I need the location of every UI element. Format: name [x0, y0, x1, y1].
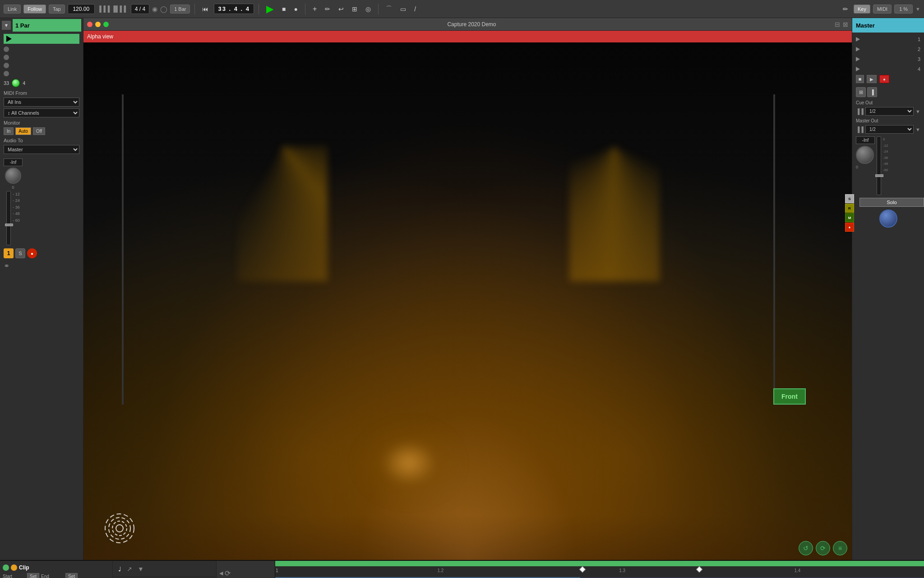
audio-to-select[interactable]: Master — [4, 145, 79, 154]
quantize-button[interactable]: 1 Bar — [170, 5, 190, 14]
master-track-1-play[interactable] — [856, 37, 860, 42]
master-fader-section: -Inf 0 0 -12 -24 -36 -48 -60 — [852, 135, 924, 197]
side-btn-dot[interactable]: ● — [845, 223, 854, 232]
all-ins-select[interactable]: All Ins — [4, 98, 79, 107]
record-arm-button[interactable]: ● — [27, 248, 37, 258]
position-display[interactable]: 33 . 4 . 4 — [214, 4, 254, 14]
master-pan-knob[interactable] — [856, 146, 874, 164]
svg-point-0 — [116, 525, 123, 532]
side-btn-m[interactable]: M — [845, 213, 854, 222]
tap-button[interactable]: Tap — [49, 5, 65, 14]
cue-out-select[interactable]: 1/2 — [865, 107, 914, 116]
rewind-button[interactable]: ⏮ — [199, 5, 211, 14]
master-tb-2[interactable]: ▐ — [867, 87, 877, 97]
stop-button[interactable]: ■ — [279, 5, 288, 14]
master-fader-scale: 0 -12 -24 -36 -48 -60 — [883, 136, 888, 173]
stage-ctrl-1[interactable]: ↺ — [799, 541, 813, 555]
curve3-button[interactable]: / — [411, 5, 419, 14]
pencil2-button[interactable]: ✏ — [840, 5, 851, 14]
master-track-1: 1 — [856, 34, 920, 44]
timeline-label-1-2: 1.2 — [438, 568, 444, 573]
note-tool-pencil[interactable]: ♩ — [116, 564, 123, 573]
master-fader-thumb[interactable] — [875, 174, 883, 177]
curve2-button[interactable]: ▭ — [397, 5, 409, 14]
divider4 — [378, 4, 379, 14]
loop-icon-2[interactable]: ⟳ — [225, 569, 231, 578]
time-sig-display[interactable]: 4 / 4 — [131, 4, 149, 14]
truss-right — [773, 94, 775, 405]
master-track-4-play[interactable] — [856, 67, 860, 71]
window-close-button[interactable] — [87, 22, 92, 27]
scroll-left-icon[interactable]: ◀ — [219, 570, 223, 576]
side-btn-r[interactable]: R — [845, 204, 854, 213]
monitor-off-button[interactable]: Off — [33, 127, 45, 135]
playhead-end — [917, 561, 924, 566]
clip-panel: Clip Start Set End Set Loop Position Set… — [0, 561, 113, 578]
master-header: Master — [852, 18, 924, 33]
zoom-display[interactable]: 1 % — [894, 5, 913, 14]
follow-button[interactable]: Follow — [23, 5, 46, 14]
tempo-display[interactable]: 120.00 — [68, 4, 95, 14]
master-out-select[interactable]: 1/2 — [865, 125, 914, 134]
key-button[interactable]: Key — [854, 5, 870, 14]
master-track-2: 2 — [856, 44, 920, 54]
volume-fader-track[interactable] — [6, 191, 11, 245]
all-channels-select[interactable]: ↕ All Channels — [4, 108, 79, 117]
monitor-auto-button[interactable]: Auto — [15, 127, 31, 135]
track-number-33: 33 — [4, 80, 9, 86]
add-button[interactable]: + — [310, 4, 319, 14]
window-collapse-icon[interactable]: ⊟ — [835, 21, 840, 28]
master-track-5-rec-btn[interactable]: ● — [879, 75, 889, 83]
link-button[interactable]: Link — [4, 5, 21, 14]
note-tool-select[interactable]: ↗ — [125, 564, 134, 573]
master-dropdown-row: Master — [0, 144, 83, 155]
note-tool-expand[interactable]: ▼ — [136, 564, 146, 573]
track-collapse-arrow[interactable]: ▼ — [2, 21, 11, 30]
track-dot-1 — [4, 47, 9, 52]
solo-button[interactable]: S — [15, 248, 25, 258]
master-tracks: 1 2 3 4 ■ ▶ ● — [852, 33, 924, 86]
master-track-2-play[interactable] — [856, 47, 860, 51]
vol-display[interactable]: -Inf — [4, 158, 23, 166]
svg-point-1 — [112, 521, 127, 536]
master-vol-value[interactable]: -Inf — [856, 136, 875, 144]
window-minimize-button[interactable] — [95, 22, 101, 27]
track-play-indicator[interactable] — [4, 34, 79, 44]
window-expand-icon[interactable]: ⊠ — [843, 21, 848, 28]
master-tb-1[interactable]: ⊞ — [856, 87, 866, 97]
midi-button[interactable]: MIDI — [873, 5, 892, 14]
toolbar-right: ✏ Key MIDI 1 % ▼ — [840, 5, 920, 14]
start-set-button[interactable]: Set — [27, 573, 39, 578]
side-btn-s[interactable]: S — [845, 194, 854, 203]
window-maximize-button[interactable] — [103, 22, 109, 27]
volume-fader-thumb[interactable] — [5, 224, 13, 226]
master-track-5-stop[interactable]: ■ — [856, 75, 864, 83]
pencil-button[interactable]: ✏ — [322, 5, 333, 14]
master-solo-button[interactable]: Solo — [859, 198, 924, 207]
divider — [194, 4, 195, 14]
monitor-in-button[interactable]: In — [4, 127, 14, 135]
curve1-button[interactable]: ⌒ — [383, 4, 395, 14]
zoom-button[interactable]: ⊞ — [349, 5, 360, 14]
stage-ctrl-3[interactable]: ≡ — [833, 541, 847, 555]
master-volume-fader[interactable] — [877, 136, 881, 195]
record-button[interactable]: ● — [291, 5, 300, 14]
master-blue-knob[interactable] — [879, 210, 897, 228]
stage-light-right — [569, 146, 660, 281]
end-set-button[interactable]: Set — [65, 573, 78, 578]
top-toolbar: Link Follow Tap 120.00 ▐▐▐ ▐▌▌▌ 4 / 4 ◉ … — [0, 0, 924, 18]
select-button[interactable]: ↩ — [336, 5, 346, 14]
piano-keys-header: ◀ ⟳ — [217, 561, 275, 578]
zoom-dropdown-icon[interactable]: ▼ — [915, 6, 920, 12]
front-button[interactable]: Front — [773, 388, 806, 405]
master-track-3-play[interactable] — [856, 57, 860, 61]
master-out-dropdown-icon[interactable]: ▼ — [915, 127, 920, 132]
master-track-5-play-btn[interactable]: ▶ — [867, 75, 877, 83]
pan-knob[interactable] — [5, 168, 21, 184]
track-number-button[interactable]: 1 — [4, 248, 14, 258]
stage-ctrl-2[interactable]: ⟳ — [816, 541, 830, 555]
cue-out-dropdown-icon[interactable]: ▼ — [915, 109, 920, 114]
master-toolbar: ⊞ ▐ — [852, 86, 924, 98]
play-button[interactable]: ▶ — [263, 2, 277, 16]
view-button[interactable]: ◎ — [363, 5, 374, 14]
